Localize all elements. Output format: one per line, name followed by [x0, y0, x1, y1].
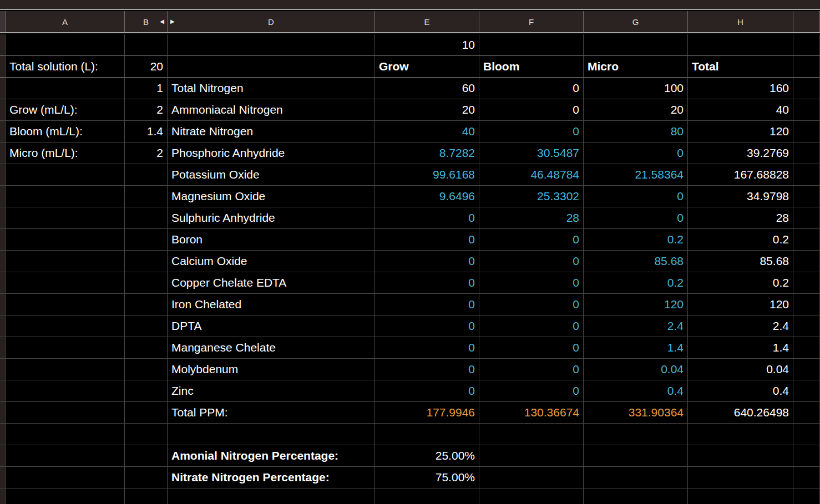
cell-A18[interactable] [6, 402, 125, 424]
cell-H10[interactable]: 0.2 [688, 229, 793, 251]
cell-B22[interactable] [125, 488, 168, 504]
cell-G15[interactable]: 1.4 [584, 337, 688, 359]
column-header-A[interactable]: A [6, 11, 125, 32]
cell-A17[interactable] [6, 380, 125, 402]
cell-A16[interactable] [6, 359, 125, 380]
cell-I17[interactable] [793, 380, 820, 402]
cell-G7[interactable]: 21.58364 [584, 164, 688, 186]
cell-E5[interactable]: 40 [375, 121, 479, 142]
cell-G13[interactable]: 120 [584, 294, 688, 315]
cell-B11[interactable] [125, 251, 168, 272]
cell-A15[interactable] [6, 337, 125, 359]
cell-H5[interactable]: 120 [688, 121, 793, 142]
cell-D17[interactable]: Zinc [168, 380, 375, 402]
cell-B12[interactable] [125, 272, 168, 294]
cell-G19[interactable] [584, 424, 688, 445]
cell-D19[interactable] [168, 424, 375, 445]
cell-B21[interactable] [125, 467, 168, 488]
cell-F12[interactable]: 0 [479, 272, 584, 294]
cell-E21[interactable]: 75.00% [375, 467, 479, 488]
cell-E1[interactable]: 10 [375, 34, 479, 56]
cell-G5[interactable]: 80 [584, 121, 688, 142]
cell-D6[interactable]: Phosphoric Anhydride [168, 142, 375, 164]
cell-F7[interactable]: 46.48784 [479, 164, 584, 186]
cell-E20[interactable]: 25.00% [375, 445, 479, 467]
cell-H6[interactable]: 39.2769 [688, 142, 793, 164]
cell-I8[interactable] [793, 186, 820, 207]
cell-B20[interactable] [125, 445, 168, 467]
cell-A7[interactable] [6, 164, 125, 186]
cell-G4[interactable]: 20 [584, 99, 688, 121]
row-header-sliver[interactable] [0, 78, 6, 99]
cell-E2[interactable]: Grow [375, 56, 479, 78]
cell-A4[interactable]: Grow (mL/L): [6, 99, 125, 121]
column-header-G[interactable]: G [584, 11, 688, 32]
cell-H2[interactable]: Total [688, 56, 793, 78]
cell-H17[interactable]: 0.4 [688, 380, 793, 402]
cell-I12[interactable] [793, 272, 820, 294]
cell-F19[interactable] [479, 424, 584, 445]
cell-E3[interactable]: 60 [375, 78, 479, 99]
cell-I3[interactable] [793, 78, 820, 99]
cell-D3[interactable]: Total Nitrogen [168, 78, 375, 99]
cell-I22[interactable] [793, 488, 820, 504]
cell-A11[interactable] [6, 251, 125, 272]
cell-H19[interactable] [688, 424, 793, 445]
cell-G22[interactable] [584, 488, 688, 504]
cell-G14[interactable]: 2.4 [584, 315, 688, 337]
cell-H15[interactable]: 1.4 [688, 337, 793, 359]
cell-H14[interactable]: 2.4 [688, 315, 793, 337]
cell-F11[interactable]: 0 [479, 251, 584, 272]
cell-A1[interactable] [6, 34, 125, 56]
cell-F3[interactable]: 0 [479, 78, 584, 99]
cell-E13[interactable]: 0 [375, 294, 479, 315]
cell-B13[interactable] [125, 294, 168, 315]
cell-A5[interactable]: Bloom (mL/L): [6, 121, 125, 142]
cell-E6[interactable]: 8.7282 [375, 142, 479, 164]
cell-G3[interactable]: 100 [584, 78, 688, 99]
cell-I10[interactable] [793, 229, 820, 251]
row-header-sliver[interactable] [0, 424, 6, 445]
cell-H13[interactable]: 120 [688, 294, 793, 315]
cell-F10[interactable]: 0 [479, 229, 584, 251]
cell-G16[interactable]: 0.04 [584, 359, 688, 380]
cell-D21[interactable]: Nitrate Nitrogen Percentage: [168, 467, 375, 488]
cell-B18[interactable] [125, 402, 168, 424]
cell-F18[interactable]: 130.36674 [479, 402, 584, 424]
cell-A13[interactable] [6, 294, 125, 315]
cell-D12[interactable]: Copper Chelate EDTA [168, 272, 375, 294]
cell-F1[interactable] [479, 34, 584, 56]
column-header-H[interactable]: H [688, 11, 793, 32]
cell-I5[interactable] [793, 121, 820, 142]
row-header-sliver[interactable] [0, 207, 6, 229]
cell-I1[interactable] [793, 34, 820, 56]
cell-I6[interactable] [793, 142, 820, 164]
cell-B15[interactable] [125, 337, 168, 359]
cell-E19[interactable] [375, 424, 479, 445]
cell-D13[interactable]: Iron Chelated [168, 294, 375, 315]
cell-I18[interactable] [793, 402, 820, 424]
cell-H7[interactable]: 167.68828 [688, 164, 793, 186]
cell-H9[interactable]: 28 [688, 207, 793, 229]
cell-G20[interactable] [584, 445, 688, 467]
cell-F17[interactable]: 0 [479, 380, 584, 402]
cell-B1[interactable] [125, 34, 168, 56]
cell-I11[interactable] [793, 251, 820, 272]
cell-D10[interactable]: Boron [168, 229, 375, 251]
row-header-sliver[interactable] [0, 164, 6, 186]
cell-G12[interactable]: 0.2 [584, 272, 688, 294]
cell-F8[interactable]: 25.3302 [479, 186, 584, 207]
cell-A20[interactable] [6, 445, 125, 467]
cell-H20[interactable] [688, 445, 793, 467]
cell-B2[interactable]: 20 [125, 56, 168, 78]
cell-E15[interactable]: 0 [375, 337, 479, 359]
cell-F9[interactable]: 28 [479, 207, 584, 229]
cell-D11[interactable]: Calcium Oxide [168, 251, 375, 272]
cell-E18[interactable]: 177.9946 [375, 402, 479, 424]
row-header-sliver[interactable] [0, 488, 6, 504]
row-header-sliver[interactable] [0, 294, 6, 315]
cell-E22[interactable] [375, 488, 479, 504]
cell-H1[interactable] [688, 34, 793, 56]
cell-D20[interactable]: Amonial Nitrogen Percentage: [168, 445, 375, 467]
cell-H18[interactable]: 640.26498 [688, 402, 793, 424]
